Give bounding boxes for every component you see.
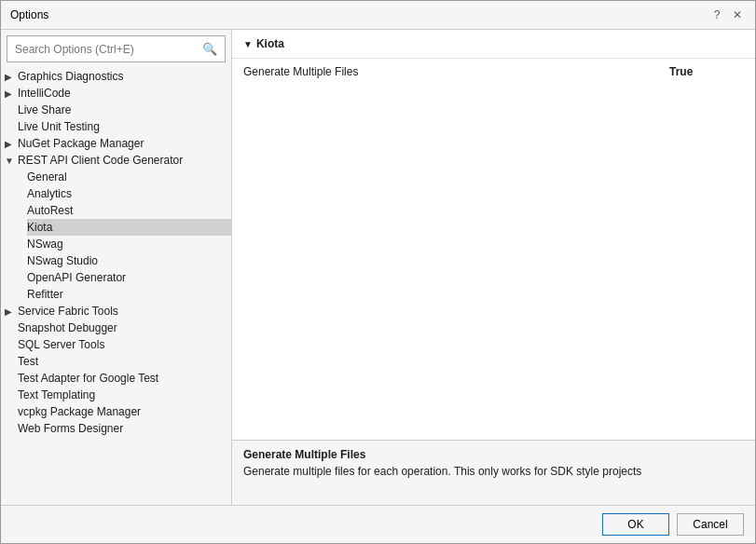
expand-arrow <box>5 340 18 350</box>
tree-item-service-fabric[interactable]: ▶ Service Fabric Tools <box>1 303 231 320</box>
tree-item-analytics[interactable]: Analytics <box>27 185 231 202</box>
expand-arrow <box>5 105 18 116</box>
dialog-body: 🔍 ▶ Graphics Diagnostics ▶ IntelliCode L… <box>1 30 755 543</box>
search-input[interactable] <box>15 43 202 56</box>
header-arrow: ▼ <box>243 39 253 49</box>
options-dialog: Options ? ✕ 🔍 ▶ Graphics Diagnostics <box>0 0 756 544</box>
right-panel: ▼ Kiota Generate Multiple Files True Gen… <box>232 30 755 505</box>
expand-arrow: ▶ <box>5 72 18 82</box>
tree-item-graphics-diagnostics[interactable]: ▶ Graphics Diagnostics <box>1 68 231 85</box>
tree-item-refitter[interactable]: Refitter <box>27 286 231 303</box>
tree-item-label: REST API Client Code Generator <box>18 154 183 167</box>
property-row: Generate Multiple Files True <box>232 62 755 81</box>
tree-item-label: General <box>27 170 67 184</box>
tree-item-label: SQL Server Tools <box>18 338 104 351</box>
tree-item-kiota[interactable]: Kiota <box>27 219 231 236</box>
tree-item-live-unit-testing[interactable]: Live Unit Testing <box>1 118 231 135</box>
expand-arrow <box>5 390 18 401</box>
tree-item-label: vcpkg Package Manager <box>18 405 141 418</box>
expand-arrow <box>5 323 18 333</box>
expand-arrow <box>5 407 18 417</box>
tree-item-label: Analytics <box>27 187 72 200</box>
right-panel-header: ▼ Kiota <box>232 30 755 59</box>
expand-arrow <box>5 357 18 367</box>
tree-item-test-adapter[interactable]: Test Adapter for Google Test <box>1 370 231 387</box>
tree-item-label: Live Share <box>18 103 71 116</box>
property-grid: Generate Multiple Files True <box>232 59 755 440</box>
tree-item-label: Kiota <box>27 221 52 234</box>
tree-item-label: Snapshot Debugger <box>18 321 117 334</box>
tree-item-test[interactable]: Test <box>1 353 231 370</box>
tree-item-nuget[interactable]: ▶ NuGet Package Manager <box>1 135 231 152</box>
tree-item-sql[interactable]: SQL Server Tools <box>1 336 231 353</box>
tree-item-label: Text Templating <box>18 388 95 401</box>
tree-item-live-share[interactable]: Live Share <box>1 102 231 118</box>
tree-item-autorest[interactable]: AutoRest <box>27 202 231 219</box>
tree-item-general[interactable]: General <box>27 169 231 185</box>
help-button[interactable]: ? <box>708 7 725 23</box>
description-text: Generate multiple files for each operati… <box>243 465 744 478</box>
close-button[interactable]: ✕ <box>729 7 746 23</box>
expand-arrow: ▶ <box>5 88 18 99</box>
tree-item-label: OpenAPI Generator <box>27 271 126 284</box>
dialog-footer: OK Cancel <box>1 505 755 543</box>
tree-item-label: NuGet Package Manager <box>18 137 144 150</box>
tree-item-vcpkg[interactable]: vcpkg Package Manager <box>1 403 231 420</box>
tree-item-label: Test Adapter for Google Test <box>18 372 158 385</box>
tree-item-nswag[interactable]: NSwag <box>27 236 231 252</box>
expand-arrow: ▶ <box>5 139 18 149</box>
tree-item-nswag-studio[interactable]: NSwag Studio <box>27 252 231 269</box>
ok-button[interactable]: OK <box>602 513 669 536</box>
tree-item-text-templating[interactable]: Text Templating <box>1 387 231 403</box>
cancel-button[interactable]: Cancel <box>677 513 744 536</box>
main-content: 🔍 ▶ Graphics Diagnostics ▶ IntelliCode L… <box>1 30 755 505</box>
tree-item-label: Service Fabric Tools <box>18 305 118 318</box>
tree-item-label: NSwag Studio <box>27 254 98 267</box>
title-bar: Options ? ✕ <box>1 1 755 30</box>
tree-item-label: Graphics Diagnostics <box>18 70 123 83</box>
tree-item-intellicode[interactable]: ▶ IntelliCode <box>1 85 231 102</box>
title-bar-buttons: ? ✕ <box>708 7 746 23</box>
property-name: Generate Multiple Files <box>243 65 669 78</box>
expand-arrow <box>5 122 18 132</box>
property-value: True <box>669 65 744 78</box>
tree-item-web-forms[interactable]: Web Forms Designer <box>1 420 231 437</box>
search-box[interactable]: 🔍 <box>7 35 226 62</box>
expand-arrow: ▼ <box>5 156 18 166</box>
tree-item-label: Web Forms Designer <box>18 422 123 435</box>
right-panel-title: Kiota <box>256 37 284 50</box>
expand-arrow <box>5 424 18 434</box>
tree-item-label: Test <box>18 355 38 368</box>
tree-item-label: Refitter <box>27 288 63 301</box>
description-title: Generate Multiple Files <box>243 448 744 461</box>
tree-item-label: AutoRest <box>27 204 73 217</box>
tree-item-openapi[interactable]: OpenAPI Generator <box>27 269 231 286</box>
tree-item-rest-api[interactable]: ▼ REST API Client Code Generator <box>1 152 231 169</box>
tree-item-label: NSwag <box>27 238 63 251</box>
left-panel: 🔍 ▶ Graphics Diagnostics ▶ IntelliCode L… <box>1 30 232 505</box>
description-panel: Generate Multiple Files Generate multipl… <box>232 440 755 505</box>
tree-item-label: Live Unit Testing <box>18 120 100 133</box>
dialog-title: Options <box>10 8 48 21</box>
expand-arrow: ▶ <box>5 306 18 317</box>
tree-item-label: IntelliCode <box>18 87 71 100</box>
expand-arrow <box>5 374 18 384</box>
tree-container[interactable]: ▶ Graphics Diagnostics ▶ IntelliCode Liv… <box>1 68 231 505</box>
rest-api-children: General Analytics AutoRest Kiota NSwag <box>1 169 231 303</box>
search-icon: 🔍 <box>202 42 217 56</box>
tree-item-snapshot[interactable]: Snapshot Debugger <box>1 320 231 336</box>
